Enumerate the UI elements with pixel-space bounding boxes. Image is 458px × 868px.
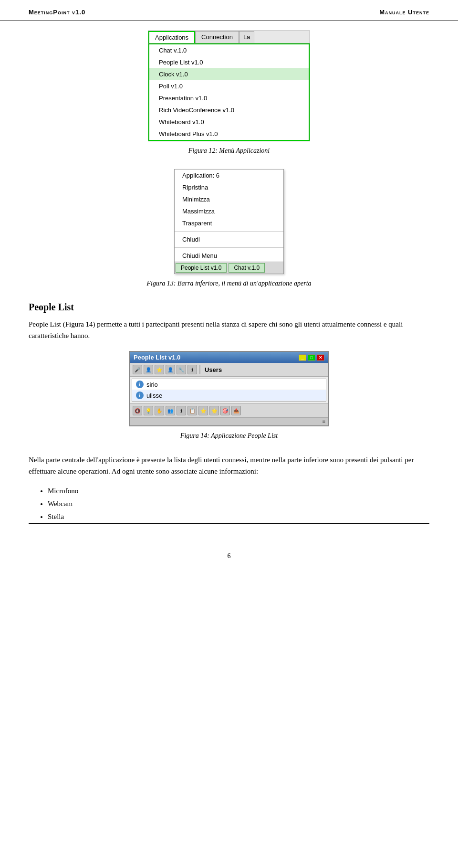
user-icon-sirio: ℹ [136, 381, 144, 388]
figure14-caption: Figura 14: Applicazione People List [180, 432, 278, 440]
bullet-list: Microfono Webcam Stella [48, 485, 429, 523]
toolbar-sep-1 [199, 365, 200, 374]
figure12-container: Applications Connection La Chat v.1.0 Pe… [29, 31, 429, 155]
window-title-bar: People List v1.0 _ □ ✕ [130, 352, 328, 363]
bullet-item-stella: Stella [48, 510, 429, 523]
context-menu-screenshot: Application: 6 Ripristina Minimizza Mass… [174, 169, 284, 274]
ctx-minimizza[interactable]: Minimizza [175, 193, 283, 205]
taskbar-chat[interactable]: Chat v.1.0 [229, 263, 265, 273]
tool-icon-3[interactable]: ⭐ [155, 365, 164, 374]
user-icon-ulisse: ℹ [136, 392, 144, 399]
applications-dropdown: Chat v.1.0 People List v1.0 Clock v1.0 P… [148, 43, 310, 141]
figure14-container: People List v1.0 _ □ ✕ 🎤 👤 ⭐ 👤 🔧 ℹ Users [29, 351, 429, 440]
tool-icon-6[interactable]: ℹ [187, 365, 197, 374]
menu-item-whiteboard-plus[interactable]: Whiteboard Plus v1.0 [149, 128, 309, 140]
status-text: ≡ [323, 419, 325, 424]
menu-bar: Applications Connection La [148, 31, 310, 43]
header-left: MeetingPoint v1.0 [29, 9, 85, 16]
context-taskbar: People List v1.0 Chat v.1.0 [175, 262, 283, 274]
taskbar-peoplelist[interactable]: People List v1.0 [176, 263, 227, 273]
toolbar-bottom: 🔇 💡 ✋ 👥 ℹ 📋 ⭐ 🌟 🎯 📤 [130, 403, 328, 417]
apps-menu-screenshot: Applications Connection La Chat v.1.0 Pe… [148, 31, 310, 141]
ctx-massimizza[interactable]: Massimizza [175, 205, 283, 217]
menu-item-poll[interactable]: Poll v1.0 [149, 80, 309, 92]
figure13-container: Application: 6 Ripristina Minimizza Mass… [29, 169, 429, 287]
bottom-icon-6[interactable]: 📋 [187, 406, 197, 415]
maximize-button[interactable]: □ [308, 354, 315, 361]
people-list-body: People List (Figura 14) permette a tutti… [29, 318, 429, 341]
bottom-border [29, 523, 429, 524]
applications-tab[interactable]: Applications [148, 31, 195, 43]
user-row-sirio[interactable]: ℹ sirio [132, 379, 326, 390]
menu-item-videoconference[interactable]: Rich VideoConference v1.0 [149, 104, 309, 116]
page-header: MeetingPoint v1.0 Manuale Utente [0, 0, 458, 21]
figure12-caption: Figura 12: Menù Applicazioni [188, 147, 270, 155]
ctx-chiudi[interactable]: Chiudi [175, 233, 283, 245]
menu-item-peoplelist[interactable]: People List v1.0 [149, 56, 309, 68]
people-list-content: ℹ sirio ℹ ulisse [132, 379, 326, 402]
user-name-ulisse: ulisse [146, 392, 162, 399]
bottom-icon-7[interactable]: ⭐ [198, 406, 208, 415]
menu-item-clock[interactable]: Clock v1.0 [149, 68, 309, 80]
figure13-caption: Figura 13: Barra inferiore, il menù di u… [146, 280, 311, 287]
bottom-icon-9[interactable]: 🎯 [220, 406, 230, 415]
ctx-application-count: Application: 6 [175, 169, 283, 181]
la-tab[interactable]: La [239, 31, 254, 43]
menu-item-presentation[interactable]: Presentation v1.0 [149, 92, 309, 104]
tool-icon-2[interactable]: 👤 [144, 365, 153, 374]
user-row-ulisse[interactable]: ℹ ulisse [132, 390, 326, 401]
status-bar: ≡ [130, 417, 328, 425]
connection-tab[interactable]: Connection [195, 31, 239, 43]
tool-icon-4[interactable]: 👤 [166, 365, 175, 374]
page-number: 6 [228, 552, 231, 560]
close-button[interactable]: ✕ [317, 354, 324, 361]
user-name-sirio: sirio [146, 381, 158, 388]
window-title: People List v1.0 [134, 354, 180, 361]
people-list-title: People List [29, 302, 429, 313]
main-content: Applications Connection La Chat v.1.0 Pe… [0, 31, 458, 523]
menu-item-chat[interactable]: Chat v.1.0 [149, 44, 309, 56]
tool-icon-1[interactable]: 🎤 [133, 365, 142, 374]
menu-item-whiteboard[interactable]: Whiteboard v1.0 [149, 116, 309, 128]
ctx-divider-1 [175, 231, 283, 232]
users-label: Users [203, 366, 222, 373]
minimize-button[interactable]: _ [299, 354, 306, 361]
ctx-divider-2 [175, 247, 283, 248]
bottom-icon-3[interactable]: ✋ [155, 406, 164, 415]
bottom-icon-5[interactable]: ℹ [177, 406, 186, 415]
bottom-icon-4[interactable]: 👥 [166, 406, 175, 415]
figure14-body-text: Nella parte centrale dell'applicazione è… [29, 454, 429, 477]
bottom-icon-8[interactable]: 🌟 [209, 406, 219, 415]
bullet-item-webcam: Webcam [48, 498, 429, 510]
ctx-chiudi-menu[interactable]: Chiudi Menu [175, 250, 283, 262]
bullet-item-microfono: Microfono [48, 485, 429, 498]
bottom-icon-2[interactable]: 💡 [144, 406, 153, 415]
page-footer: 6 [0, 543, 458, 570]
ctx-trasparent[interactable]: Trasparent [175, 217, 283, 229]
window-controls: _ □ ✕ [299, 354, 324, 361]
header-right: Manuale Utente [379, 9, 429, 16]
toolbar-top: 🎤 👤 ⭐ 👤 🔧 ℹ Users [130, 363, 328, 377]
bottom-icon-1[interactable]: 🔇 [133, 406, 142, 415]
people-list-screenshot: People List v1.0 _ □ ✕ 🎤 👤 ⭐ 👤 🔧 ℹ Users [129, 351, 329, 426]
tool-icon-5[interactable]: 🔧 [177, 365, 186, 374]
bottom-icon-10[interactable]: 📤 [231, 406, 241, 415]
ctx-ripristina[interactable]: Ripristina [175, 181, 283, 193]
